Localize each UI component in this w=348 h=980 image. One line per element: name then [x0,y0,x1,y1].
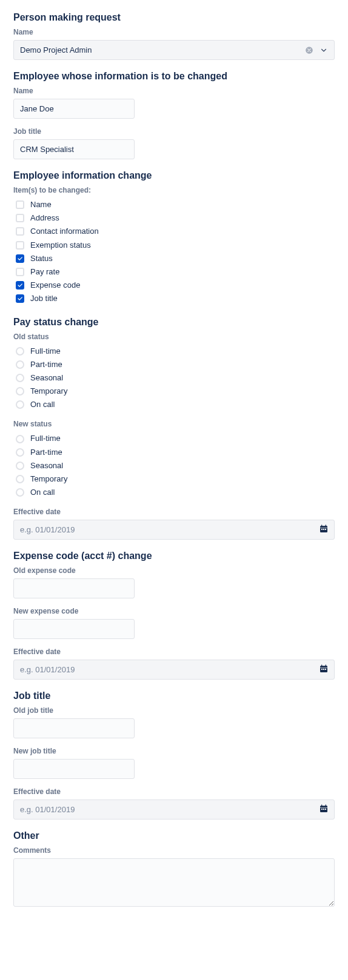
label-new-jobtitle: New job title [13,747,335,755]
input-new-expense[interactable] [13,619,135,639]
radio[interactable] [16,374,24,382]
checkbox[interactable] [16,294,24,303]
checkbox[interactable] [16,281,24,290]
field-pay-effective-date: Effective date [13,508,335,540]
svg-rect-11 [320,667,327,668]
label-new-status: New status [13,420,335,428]
checkbox[interactable] [16,214,24,222]
radio[interactable] [16,400,24,409]
change-item[interactable]: Expense code [16,279,335,292]
checkbox[interactable] [16,241,24,250]
status-option[interactable]: Temporary [16,385,335,398]
svg-rect-6 [323,529,324,530]
status-option[interactable]: Seasonal [16,459,335,472]
change-item[interactable]: Job title [16,292,335,305]
change-item[interactable]: Contact information [16,225,335,238]
change-item-label: Expense code [30,280,80,291]
status-option-label: Full-time [30,346,61,357]
radiolist-new-status: Full-timePart-timeSeasonalTemporaryOn ca… [16,432,335,499]
section-expense: Expense code (acct #) change Old expense… [13,551,335,680]
status-option[interactable]: Part-time [16,446,335,459]
checkbox[interactable] [16,227,24,236]
input-jobtitle-effective-date[interactable] [13,800,335,819]
input-pay-effective-date[interactable] [13,520,335,540]
svg-rect-3 [326,525,326,526]
status-option[interactable]: Full-time [16,432,335,445]
svg-rect-16 [321,804,322,806]
radio[interactable] [16,387,24,396]
status-option-label: Part-time [30,447,62,458]
status-option[interactable]: Part-time [16,358,335,371]
svg-rect-18 [320,807,327,808]
svg-rect-4 [320,528,327,528]
change-item[interactable]: Name [16,198,335,211]
radio[interactable] [16,347,24,356]
section-title-pay-status: Pay status change [13,317,335,328]
label-old-jobtitle: Old job title [13,706,335,715]
change-item-label: Pay rate [30,267,59,277]
input-old-expense[interactable] [13,578,135,598]
section-title-expense: Expense code (acct #) change [13,551,335,561]
change-item[interactable]: Pay rate [16,265,335,279]
field-comments: Comments [13,846,335,909]
svg-rect-17 [326,804,326,806]
section-title-employee: Employee whose information is to be chan… [13,71,335,82]
label-employee-name: Name [13,87,335,95]
input-expense-effective-date[interactable] [13,660,335,680]
clear-icon[interactable] [305,46,313,55]
checkbox[interactable] [16,200,24,209]
calendar-icon[interactable] [319,804,329,816]
change-item-label: Name [30,199,52,210]
checkbox[interactable] [16,254,24,263]
radio[interactable] [16,360,24,369]
change-item-label: Status [30,253,53,264]
checkbox[interactable] [16,268,24,276]
label-pay-effective-date: Effective date [13,508,335,516]
radio[interactable] [16,448,24,457]
section-title-change: Employee information change [13,170,335,181]
checklist-change-items: NameAddressContact informationExemption … [16,198,335,306]
svg-rect-2 [321,525,322,526]
section-employee: Employee whose information is to be chan… [13,71,335,159]
input-new-jobtitle[interactable] [13,759,135,779]
status-option[interactable]: On call [16,398,335,411]
select-requester-name[interactable]: Demo Project Admin [13,40,335,60]
radio[interactable] [16,488,24,497]
svg-rect-10 [326,664,326,666]
field-employee-name: Name [13,87,335,119]
status-option[interactable]: Temporary [16,472,335,486]
svg-rect-12 [321,669,323,670]
radio[interactable] [16,475,24,483]
input-employee-jobtitle[interactable] [13,139,135,159]
status-option-label: On call [30,399,55,410]
select-requester-name-value: Demo Project Admin [20,45,92,55]
chevron-down-icon[interactable] [320,46,328,55]
section-other: Other Comments [13,830,335,909]
svg-rect-7 [325,529,326,530]
label-expense-effective-date: Effective date [13,647,335,656]
radio[interactable] [16,462,24,470]
calendar-icon[interactable] [319,524,329,536]
status-option[interactable]: On call [16,486,335,499]
status-option[interactable]: Full-time [16,345,335,358]
change-item[interactable]: Status [16,252,335,265]
status-option[interactable]: Seasonal [16,371,335,385]
section-pay-status: Pay status change Old status Full-timePa… [13,317,335,540]
change-item[interactable]: Address [16,211,335,225]
section-title-jobtitle: Job title [13,690,335,701]
field-new-status: New status Full-timePart-timeSeasonalTem… [13,420,335,499]
status-option-label: Part-time [30,359,62,370]
svg-rect-5 [321,529,323,530]
change-item-label: Exemption status [30,240,91,251]
input-old-jobtitle[interactable] [13,718,135,738]
status-option-label: Seasonal [30,460,63,471]
field-new-jobtitle: New job title [13,747,335,779]
radio[interactable] [16,435,24,443]
field-jobtitle-effective-date: Effective date [13,787,335,819]
change-item-label: Address [30,213,59,223]
input-employee-name[interactable] [13,99,135,119]
field-expense-effective-date: Effective date [13,647,335,680]
textarea-comments[interactable] [13,858,335,907]
calendar-icon[interactable] [319,664,329,676]
change-item[interactable]: Exemption status [16,239,335,252]
